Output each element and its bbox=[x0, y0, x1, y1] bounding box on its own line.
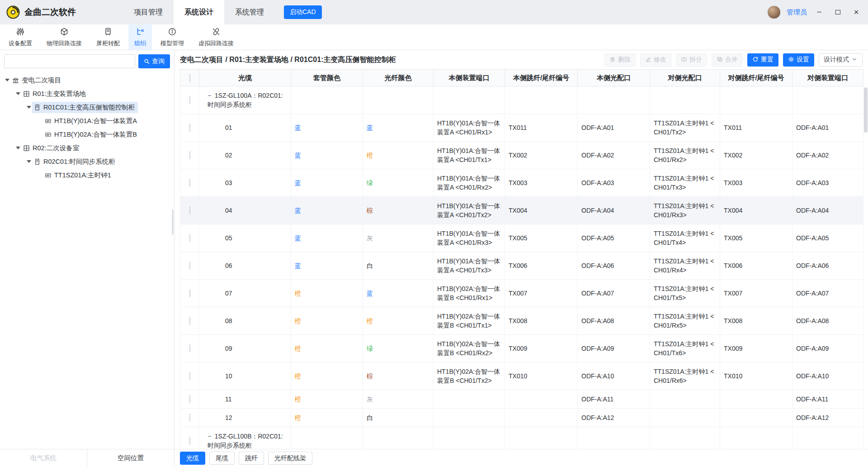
local-device-port-cell: HT1B(Y)02A:合智一体装置B <CH01/Rx1> bbox=[434, 280, 505, 307]
sidebar: 查询 变电二次项目R01:主变装置场地R01C01:主变高压侧智能控制柜HT1B… bbox=[0, 50, 175, 467]
checkbox-cell bbox=[180, 114, 199, 142]
local-device-port-cell: HT1B(Y)02A:合智一体装置B <CH01/Tx1> bbox=[434, 307, 505, 335]
sidebar-bottom-tabs: 电气系统空间位置 bbox=[0, 449, 174, 467]
cabinet-assign-icon bbox=[104, 27, 113, 38]
row-checkbox[interactable] bbox=[189, 206, 190, 214]
action-button-label: 拆分 bbox=[689, 56, 702, 64]
remote-device-port-cell: ODF-A:A09 bbox=[793, 335, 863, 362]
sidebar-tab[interactable]: 电气系统 bbox=[0, 449, 87, 467]
action-button[interactable]: 修改 bbox=[640, 53, 671, 67]
close-button[interactable]: × bbox=[850, 0, 863, 24]
launch-cad-button[interactable]: 启动CAD bbox=[284, 5, 322, 19]
tree-item[interactable]: R01C01:主变高压侧智能控制柜 bbox=[0, 100, 174, 114]
tree-item[interactable]: R01:主变装置场地 bbox=[0, 87, 174, 100]
physical-circuit-icon bbox=[60, 27, 69, 38]
toolbar-item[interactable]: 模型管理 bbox=[155, 24, 190, 50]
room-icon bbox=[23, 145, 30, 152]
avatar[interactable] bbox=[767, 5, 781, 19]
tree-item[interactable]: HT1B(Y)02A:合智一体装置B bbox=[0, 128, 174, 141]
caret-down-icon[interactable] bbox=[14, 92, 21, 95]
checkbox-cell bbox=[180, 142, 199, 169]
cable-number-cell: 08 bbox=[199, 307, 291, 335]
collapse-group-icon[interactable]: − bbox=[208, 91, 212, 100]
minimize-button[interactable]: − bbox=[813, 0, 826, 24]
toolbar-item[interactable]: 设备配置 bbox=[3, 24, 38, 50]
row-checkbox[interactable] bbox=[189, 151, 190, 159]
row-checkbox[interactable] bbox=[189, 414, 190, 422]
row-checkbox[interactable] bbox=[189, 96, 190, 104]
sidebar-tab[interactable]: 空间位置 bbox=[87, 449, 174, 467]
action-button[interactable]: 重置 bbox=[747, 53, 778, 67]
tree-item-label: TT1SZ01A:主时钟1 bbox=[54, 171, 111, 180]
row-checkbox[interactable] bbox=[189, 124, 190, 132]
action-button[interactable]: 删除 bbox=[604, 53, 636, 67]
toolbar-item[interactable]: 物理回路连接 bbox=[41, 24, 88, 50]
action-button-label: 设计模式 bbox=[824, 56, 849, 64]
local-device-port-cell: HT1B(Y)01A:合智一体装置A <CH01/Rx2> bbox=[434, 169, 505, 197]
search-input[interactable] bbox=[4, 54, 135, 68]
bottom-tab[interactable]: 光纤配线架 bbox=[268, 452, 312, 465]
table-scrollbar[interactable] bbox=[864, 87, 868, 133]
bottom-tab[interactable]: 光缆 bbox=[180, 452, 205, 465]
row-checkbox[interactable] bbox=[189, 317, 190, 325]
row-checkbox[interactable] bbox=[189, 344, 190, 353]
titlebar: 金曲二次软件 项目管理系统设计系统管理 启动CAD 管理员 − × bbox=[0, 0, 868, 24]
row-checkbox[interactable] bbox=[189, 234, 190, 242]
fiber-color-cell: 棕 bbox=[363, 362, 434, 390]
local-device-port-cell bbox=[434, 409, 505, 427]
tree-item[interactable]: R02:二次设备室 bbox=[0, 141, 174, 155]
fiber-color-cell: 灰 bbox=[363, 224, 434, 252]
nav-tab[interactable]: 系统设计 bbox=[174, 0, 224, 24]
maximize-button[interactable] bbox=[831, 0, 844, 24]
row-checkbox[interactable] bbox=[189, 179, 190, 187]
caret-down-icon[interactable] bbox=[14, 147, 21, 149]
row-checkbox[interactable] bbox=[189, 395, 190, 403]
remote-device-port-cell: ODF-A:A11 bbox=[793, 390, 863, 409]
caret-down-icon[interactable] bbox=[25, 160, 32, 163]
select-all-checkbox[interactable] bbox=[189, 74, 190, 82]
caret-down-icon[interactable] bbox=[25, 106, 32, 109]
fiber-color-cell: 蓝 bbox=[363, 114, 434, 142]
row-checkbox[interactable] bbox=[189, 437, 190, 445]
toolbar-item[interactable]: 虚拟回路连接 bbox=[193, 24, 240, 50]
checkbox-cell bbox=[180, 409, 199, 427]
toolbar-item[interactable]: 屏柜转配 bbox=[90, 24, 126, 50]
action-button[interactable]: 设置 bbox=[783, 53, 814, 67]
tube-color-cell: 蓝 bbox=[291, 224, 363, 252]
local-odf-cell: ODF-A:A02 bbox=[578, 142, 650, 169]
cable-number-cell: 02 bbox=[199, 142, 291, 169]
model-manage-icon bbox=[168, 27, 177, 38]
username[interactable]: 管理员 bbox=[787, 8, 807, 17]
tree-item[interactable]: TT1SZ01A:主时钟1 bbox=[0, 168, 174, 182]
cable-number-cell: 04 bbox=[199, 197, 291, 224]
fiber-color-cell: 绿 bbox=[363, 335, 434, 362]
cable-number-cell: 12 bbox=[199, 409, 291, 427]
tree-item[interactable]: R02C01:时间同步系统柜 bbox=[0, 155, 174, 168]
row-checkbox[interactable] bbox=[189, 289, 190, 297]
tree-item[interactable]: HT1B(Y)01A:合智一体装置A bbox=[0, 114, 174, 128]
sidebar-scrollbar[interactable] bbox=[172, 210, 174, 235]
action-button[interactable]: 合并 bbox=[712, 53, 743, 67]
nav-tab[interactable]: 系统管理 bbox=[224, 0, 275, 24]
local-odf-cell: ODF-A:A07 bbox=[578, 280, 650, 307]
search-button[interactable]: 查询 bbox=[138, 54, 170, 68]
action-button[interactable]: 拆分 bbox=[676, 53, 707, 67]
remote-device-port-cell: ODF-A:A01 bbox=[793, 114, 863, 142]
table-header-cell: 本侧光配口 bbox=[578, 70, 650, 86]
nav-tab[interactable]: 项目管理 bbox=[123, 0, 174, 24]
collapse-group-icon[interactable]: − bbox=[208, 432, 212, 441]
local-jumper-cell: TX010 bbox=[505, 362, 578, 390]
bottom-tab[interactable]: 尾缆 bbox=[209, 452, 235, 465]
bottom-tab[interactable]: 跳纤 bbox=[239, 452, 264, 465]
action-button[interactable]: 设计模式 bbox=[819, 53, 863, 67]
row-checkbox[interactable] bbox=[189, 262, 190, 270]
cable-table: 光缆套管颜色光纤颜色本侧装置端口本侧跳纤/尾纤编号本侧光配口对侧光配口对侧跳纤/… bbox=[180, 69, 863, 449]
local-odf-cell: ODF-A:A05 bbox=[578, 224, 650, 252]
empty-cell bbox=[720, 427, 793, 449]
toolbar-item-label: 组织 bbox=[134, 39, 146, 48]
toolbar-item[interactable]: 组织 bbox=[128, 24, 152, 50]
remote-jumper-cell: TX006 bbox=[720, 252, 793, 280]
caret-down-icon[interactable] bbox=[4, 79, 10, 81]
tree-item[interactable]: 变电二次项目 bbox=[0, 73, 174, 87]
row-checkbox[interactable] bbox=[189, 372, 190, 380]
